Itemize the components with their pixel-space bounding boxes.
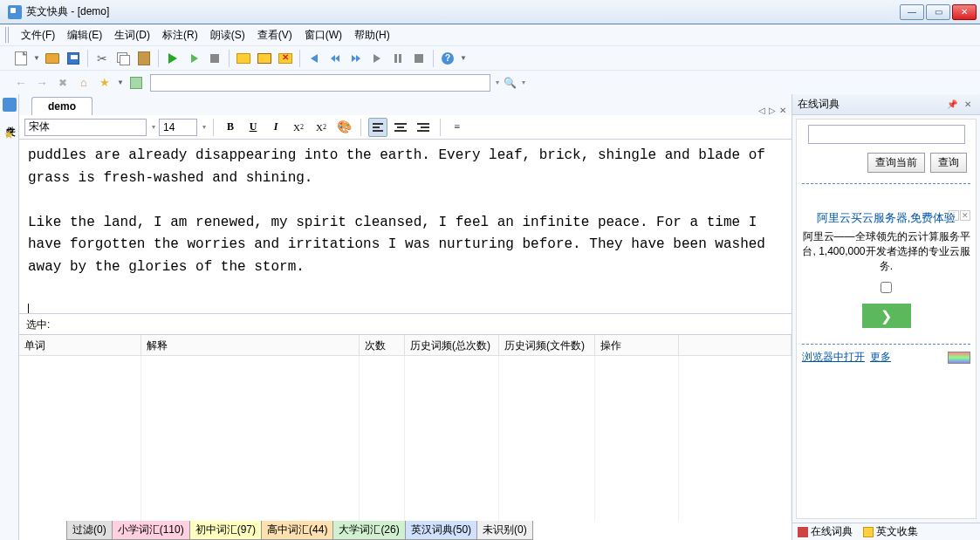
ad-checkbox[interactable] (881, 282, 892, 293)
toolbar-grip[interactable] (5, 51, 10, 66)
fav-dropdown[interactable]: ▼ (115, 79, 126, 86)
help-button[interactable]: ? (438, 49, 457, 68)
stop-button[interactable] (205, 49, 224, 68)
paste-button[interactable] (134, 49, 154, 68)
font-dropdown[interactable]: ▾ (152, 123, 155, 131)
col-word[interactable]: 单词 (19, 335, 141, 355)
help-dropdown[interactable]: ▼ (458, 54, 469, 62)
menu-annot[interactable]: 标注(R) (157, 26, 203, 44)
address-dropdown[interactable]: ▾ (496, 79, 499, 86)
col-def[interactable]: 解释 (141, 335, 360, 355)
tab-junior[interactable]: 初中词汇(97) (189, 521, 262, 540)
highlight2-button[interactable] (255, 49, 274, 68)
search-dropdown[interactable]: ▾ (522, 79, 525, 86)
tab-nav: ◁ ▷ ✕ (758, 106, 786, 115)
pin-icon[interactable]: 📌 (947, 99, 957, 109)
menu-edit[interactable]: 编辑(E) (62, 26, 107, 44)
align-center-button[interactable] (391, 118, 410, 137)
tab-senior[interactable]: 高中词汇(44) (261, 521, 333, 540)
folder-panel-tab[interactable]: 文件夹 (2, 113, 17, 124)
highlight-button[interactable] (234, 49, 253, 68)
tab-online-dict[interactable]: 在线词典 (792, 523, 858, 540)
ad-go-button[interactable]: ❯ (862, 304, 911, 328)
more-link[interactable]: 更多 (870, 350, 891, 365)
tab-en-collect[interactable]: 英文收集 (858, 523, 923, 540)
close-button[interactable]: ✕ (952, 4, 977, 20)
tab-filter[interactable]: 过滤(0) (66, 521, 113, 540)
tab-unknown[interactable]: 未识别(0) (476, 521, 533, 540)
dict-search-input[interactable] (808, 125, 965, 144)
open-button[interactable] (43, 49, 62, 68)
col-action[interactable]: 操作 (595, 335, 679, 355)
list-button[interactable]: ≡ (448, 118, 467, 137)
tab-college[interactable]: 大学词汇(26) (332, 521, 405, 540)
menu-window[interactable]: 窗口(W) (299, 26, 347, 44)
subscript-button[interactable]: X2 (289, 118, 308, 137)
ad-close-icon[interactable]: ✕ (960, 210, 970, 221)
align-right-button[interactable] (414, 118, 433, 137)
open-browser-link[interactable]: 浏览器中打开 (802, 350, 865, 365)
search-current-button[interactable]: 查询当前 (867, 153, 925, 173)
color-button[interactable]: 🎨 (334, 118, 353, 137)
tab-prev[interactable]: ◁ (758, 106, 765, 115)
ad-info-icon[interactable]: i (949, 210, 959, 221)
toolbar-grip[interactable] (5, 75, 10, 91)
cancel-nav-button[interactable]: ✖ (53, 73, 72, 92)
size-select[interactable]: 14 (159, 119, 197, 136)
star-icon: ★ (99, 76, 110, 89)
cut-button[interactable]: ✂ (93, 49, 112, 68)
italic-button[interactable]: I (266, 118, 285, 137)
minimize-button[interactable]: — (900, 4, 924, 20)
media-play-button[interactable] (367, 49, 387, 68)
cn22-badge[interactable] (948, 352, 970, 364)
media-prev-button[interactable] (305, 49, 324, 68)
panel-close-icon[interactable]: ✕ (964, 99, 971, 109)
tab-demo[interactable]: demo (31, 97, 93, 115)
media-rew-button[interactable] (326, 49, 345, 68)
col-hist-total[interactable]: 历史词频(总次数) (405, 335, 499, 355)
menu-view[interactable]: 查看(V) (252, 26, 298, 44)
favorites-button[interactable]: ★ (95, 73, 114, 92)
media-fwd-button[interactable] (346, 49, 366, 68)
forward-button[interactable]: → (32, 73, 51, 92)
address-input[interactable] (150, 74, 490, 92)
search-button[interactable]: 🔍 (500, 73, 519, 92)
menu-file[interactable]: 文件(F) (16, 26, 60, 44)
col-hist-files[interactable]: 历史词频(文件数) (499, 335, 595, 355)
superscript-button[interactable]: X2 (312, 118, 331, 137)
menu-read[interactable]: 朗读(S) (205, 26, 250, 44)
tab-close[interactable]: ✕ (779, 106, 786, 115)
search-button[interactable]: 查询 (930, 153, 967, 173)
run2-button[interactable] (184, 49, 203, 68)
run-button[interactable] (163, 49, 182, 68)
col-count[interactable]: 次数 (360, 335, 405, 355)
back-button[interactable]: ← (11, 73, 31, 92)
menu-words[interactable]: 生词(D) (109, 26, 155, 44)
text-editor[interactable]: puddles are already disappearing into th… (19, 140, 792, 314)
copy-button[interactable] (113, 49, 133, 68)
tab-next[interactable]: ▷ (769, 106, 776, 115)
size-dropdown[interactable]: ▾ (202, 123, 206, 131)
px-button[interactable] (127, 73, 146, 92)
maximize-button[interactable]: ▭ (926, 4, 950, 20)
highlight-clear-icon (278, 53, 292, 64)
favorites-panel-icon[interactable]: ★ (3, 127, 15, 141)
ad-title[interactable]: 阿里云买云服务器,免费体验 i ✕ (802, 210, 970, 226)
menu-help[interactable]: 帮助(H) (349, 26, 395, 44)
tab-primary[interactable]: 小学词汇(110) (112, 521, 190, 540)
tab-dict[interactable]: 英汉词典(50) (405, 521, 477, 540)
save-button[interactable] (64, 49, 83, 68)
toolbar-grip[interactable] (5, 27, 10, 43)
align-left-button[interactable] (368, 118, 387, 137)
media-stop-button[interactable] (409, 49, 428, 68)
font-select[interactable]: 宋体 (24, 119, 147, 136)
clear-highlight-button[interactable] (276, 49, 295, 68)
bold-button[interactable]: B (221, 118, 240, 137)
new-dropdown[interactable]: ▼ (31, 54, 42, 62)
media-pause-button[interactable] (388, 49, 408, 68)
new-button[interactable] (11, 49, 31, 68)
home-button[interactable]: ⌂ (74, 73, 93, 92)
word-table-body[interactable] (19, 356, 792, 521)
underline-button[interactable]: U (243, 118, 263, 137)
folder-panel-icon[interactable] (3, 98, 17, 112)
